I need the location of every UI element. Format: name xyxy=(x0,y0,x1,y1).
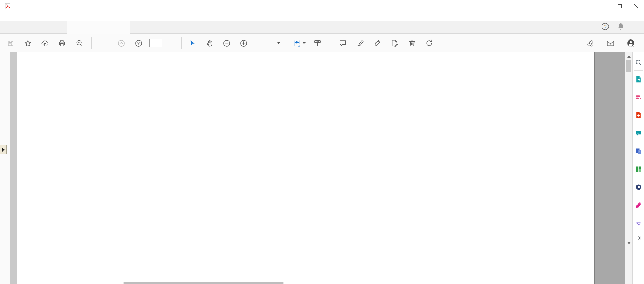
page-display-icon[interactable] xyxy=(311,37,323,49)
acrobat-pdf-icon xyxy=(5,3,11,9)
find-icon[interactable] xyxy=(74,37,86,49)
fit-dropdown-caret-icon[interactable] xyxy=(303,42,306,44)
next-page-icon[interactable] xyxy=(132,37,145,49)
delete-icon[interactable] xyxy=(406,37,418,49)
email-icon[interactable] xyxy=(604,37,616,49)
main-toolbar xyxy=(0,34,644,52)
open-tools-panel-icon[interactable] xyxy=(634,234,643,242)
maximize-button[interactable] xyxy=(611,0,628,12)
notification-bell-icon[interactable] xyxy=(617,23,624,32)
svg-text:?: ? xyxy=(604,24,607,29)
help-icon[interactable]: ? xyxy=(601,23,609,32)
combine-files-icon[interactable] xyxy=(634,147,643,155)
document-area xyxy=(0,52,644,284)
hand-tool-icon[interactable] xyxy=(204,37,216,49)
refresh-icon[interactable] xyxy=(423,37,435,49)
edit-pdf-icon[interactable] xyxy=(634,93,643,102)
expand-panel-arrow-icon xyxy=(2,148,5,152)
pdf-page xyxy=(17,52,594,284)
comment-icon[interactable] xyxy=(337,37,349,49)
previous-page-icon[interactable] xyxy=(115,37,127,49)
scroll-down-arrow-icon[interactable] xyxy=(627,242,631,245)
page-number-input[interactable] xyxy=(149,39,162,47)
tab-bar: ? xyxy=(0,21,644,34)
highlight-icon[interactable] xyxy=(354,37,366,49)
create-pdf-icon[interactable] xyxy=(634,111,643,120)
account-avatar-icon[interactable] xyxy=(625,37,637,49)
sign-pen-icon[interactable] xyxy=(371,37,383,49)
search-tools-icon[interactable] xyxy=(634,58,643,67)
close-button[interactable] xyxy=(628,0,644,12)
comment-tools-icon[interactable] xyxy=(634,129,643,138)
minimize-button[interactable] xyxy=(595,0,611,12)
share-link-icon[interactable] xyxy=(584,37,596,49)
tab-document[interactable] xyxy=(67,21,130,34)
more-tools-icon[interactable] xyxy=(634,219,643,227)
tools-panel xyxy=(632,52,644,284)
cloud-upload-icon[interactable] xyxy=(39,37,51,49)
horizontal-scrollbar-thumb[interactable] xyxy=(123,282,284,284)
save-icon[interactable] xyxy=(4,37,16,49)
zoom-level-value[interactable] xyxy=(257,39,274,47)
tab-tools[interactable] xyxy=(16,21,29,34)
zoom-out-icon[interactable] xyxy=(221,37,233,49)
fit-width-icon[interactable] xyxy=(291,37,303,49)
vertical-scrollbar-thumb[interactable] xyxy=(626,60,631,72)
select-tool-icon[interactable] xyxy=(186,37,198,49)
title-bar xyxy=(0,0,644,12)
zoom-dropdown-caret-icon[interactable] xyxy=(277,42,280,44)
left-panel-rail xyxy=(0,52,10,284)
pane-background-right xyxy=(594,52,625,284)
zoom-in-icon[interactable] xyxy=(237,37,250,49)
left-panel-toggle-button[interactable] xyxy=(0,145,7,154)
export-pdf-icon[interactable] xyxy=(634,75,643,84)
fill-and-sign-icon[interactable] xyxy=(634,201,643,209)
menu-bar xyxy=(0,12,644,21)
vertical-scrollbar[interactable] xyxy=(625,52,632,284)
star-favorite-icon[interactable] xyxy=(22,37,34,49)
tab-home[interactable] xyxy=(2,21,15,34)
organize-pages-icon[interactable] xyxy=(634,165,643,173)
protect-icon[interactable] xyxy=(634,183,643,191)
fill-sign-icon[interactable] xyxy=(388,37,401,49)
pane-background-left xyxy=(10,52,17,284)
print-icon[interactable] xyxy=(56,37,68,49)
scroll-up-arrow-icon[interactable] xyxy=(627,55,631,58)
acrobat-window: ? xyxy=(0,0,644,284)
